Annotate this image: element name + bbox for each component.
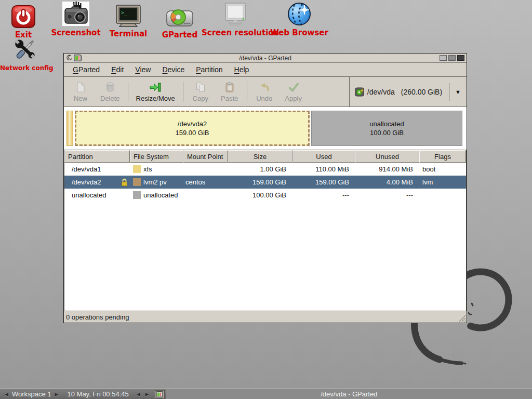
menu-device[interactable]: Device [156,63,190,76]
dropdown-arrow-icon[interactable]: ▼ [453,89,463,95]
desktop-icon-label: Terminal [102,29,154,38]
desktop-icon-label: Screen resolution [202,28,269,37]
cell-used: 110.00 MiB [292,163,355,176]
toolbar: New Delete Resize/Move Copy [64,77,467,107]
delete-partition-icon [104,82,116,93]
debian-swirl-icon [66,55,72,61]
task-button-gparted[interactable]: /dev/vda - GParted [166,389,532,399]
paste-button[interactable]: Paste [215,77,244,107]
desktop-icon-web-browser[interactable]: Web Browser [267,0,331,37]
cell-partition: /dev/vda1 [64,163,130,176]
clock: 10 May, Fri 00:54:45 [67,390,128,398]
cell-filesystem: unallocated [130,189,183,202]
svg-text:>_: >_ [121,10,128,16]
filesystem-color-swatch [133,178,141,186]
cell-unused: 4.00 MiB [355,176,419,189]
undo-icon [259,82,270,93]
maximize-button[interactable] [448,55,456,61]
cell-used: 159.00 GiB [292,176,355,189]
partition-name: unallocated [369,119,404,128]
paste-icon [224,82,235,93]
menu-gparted[interactable]: GParted [67,63,105,76]
minimize-button[interactable] [440,55,447,61]
desktop-icon-network-config[interactable]: Network config [0,36,50,72]
device-disk-icon [355,87,364,97]
partition-box-vda2[interactable]: /dev/vda2 159.00 GiB [75,111,310,146]
table-row[interactable]: /dev/vda1xfs1.00 GiB110.00 MiB914.00 MiB… [64,163,466,176]
cell-unused: 914.00 MiB [355,163,419,176]
terminal-icon: >_ [102,1,154,27]
camera-icon [50,0,102,26]
cell-flags: lvm [419,176,466,189]
cell-used: --- [292,189,355,202]
task-prev-arrow-icon[interactable]: ◀ [134,392,143,397]
delete-button[interactable]: Delete [95,77,125,107]
cell-filesystem: xfs [130,163,183,176]
taskbar: ◀ Workspace 1 ▶ 10 May, Fri 00:54:45 ◀ ▶… [0,389,532,399]
partition-box-unallocated[interactable]: unallocated 100.00 GiB [311,111,462,146]
desktop-icon-screen-resolution[interactable]: Screen resolution [202,0,269,37]
copy-button[interactable]: Copy [186,77,215,107]
column-header: Size [228,150,292,163]
cell-size: 159.00 GiB [228,176,292,189]
pending-operations-text: 0 operations pending [66,313,129,321]
desktop-icon-label: GParted [154,30,206,39]
monitor-icon [202,0,269,26]
menu-help[interactable]: Help [229,63,255,76]
window-title: /dev/vda - GParted [64,55,467,62]
close-button[interactable] [457,55,464,61]
cell-mount-point: centos [183,176,228,189]
table-row[interactable]: /dev/vda2lvm2 pvcentos159.00 GiB159.00 G… [64,176,466,189]
new-partition-icon [75,82,86,93]
resize-move-button[interactable]: Resize/Move [131,77,180,107]
apply-button[interactable]: Apply [279,77,308,107]
toolbar-separator [247,82,247,102]
cell-flags: boot [419,163,466,176]
resize-move-icon [149,82,162,93]
desktop-icon-gparted[interactable]: GParted [154,2,206,39]
column-header: Used [292,150,355,163]
desktop-icon-screenshot[interactable]: Screenshot [50,0,102,37]
tools-icon [0,36,50,62]
cell-partition: unallocated [64,189,130,202]
workspace-label: Workspace 1 [11,390,52,398]
desktop-icon-terminal[interactable]: >_ Terminal [102,1,154,38]
toolbar-separator [183,82,183,102]
statusbar: 0 operations pending [64,311,467,323]
partition-box-vda1[interactable] [66,111,73,146]
workspace-next-arrow-icon[interactable]: ▶ [52,392,61,397]
new-button[interactable]: New [66,77,95,107]
task-app-icon-box[interactable] [155,390,165,398]
apply-check-icon [288,82,299,93]
menu-partition[interactable]: Partition [190,63,228,76]
column-header: Mount Point [183,150,228,163]
table-header-row: PartitionFile SystemMount PointSizeUsedU… [64,150,466,163]
column-header: Unused [355,150,419,163]
partition-table: PartitionFile SystemMount PointSizeUsedU… [64,150,467,311]
partition-size: 159.00 GiB [175,128,209,137]
cell-filesystem: lvm2 pv [130,176,183,189]
disk-pie-icon [154,2,206,28]
resize-grip[interactable] [459,315,466,322]
menu-edit[interactable]: Edit [105,63,129,76]
undo-button[interactable]: Undo [250,77,279,107]
cell-partition: /dev/vda2 [64,176,130,189]
menu-view[interactable]: View [129,63,156,76]
task-next-arrow-icon[interactable]: ▶ [143,392,152,397]
gparted-app-icon [156,391,163,397]
partition-visual-bar: /dev/vda2 159.00 GiB unallocated 100.00 … [64,107,467,150]
device-size: (260.00 GiB) [401,88,442,96]
desktop-icon-exit[interactable]: Exit [3,2,44,39]
cell-mount-point [183,163,228,176]
cell-flags [419,189,466,202]
device-path: /dev/vda [367,88,395,96]
device-selector[interactable]: /dev/vda (260.00 GiB) ▼ [349,77,467,107]
titlebar[interactable]: /dev/vda - GParted [64,54,467,63]
workspace-prev-arrow-icon[interactable]: ◀ [2,392,11,397]
partition-name: /dev/vda2 [178,119,207,128]
desktop-icon-label: Web Browser [267,28,331,37]
table-row[interactable]: unallocatedunallocated100.00 GiB------ [64,189,466,202]
table-empty-area [64,202,466,311]
column-header: Flags [419,150,466,163]
copy-icon [195,82,206,93]
